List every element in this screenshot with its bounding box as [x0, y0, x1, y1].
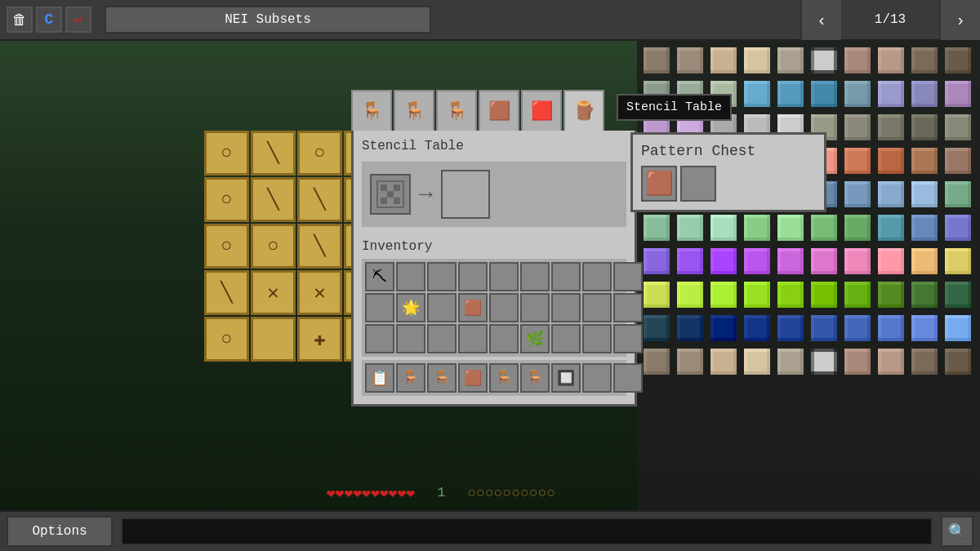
stencil-cell-8[interactable]: ○	[204, 224, 249, 269]
item-cell-79[interactable]	[942, 278, 974, 311]
inv-cell-2-2[interactable]	[427, 324, 457, 353]
stencil-cell-12[interactable]: ╲	[204, 270, 249, 315]
pattern-chest-item-0[interactable]: 🟫	[641, 166, 677, 202]
item-cell-8[interactable]	[908, 44, 941, 77]
item-cell-36[interactable]	[841, 144, 874, 177]
hotbar-cell-7[interactable]	[582, 363, 612, 393]
item-cell-14[interactable]	[774, 78, 807, 110]
inv-cell-2-4[interactable]	[489, 324, 519, 353]
item-cell-55[interactable]	[808, 211, 840, 244]
inv-cell-0-0[interactable]: ⛏	[365, 262, 394, 291]
craft-tab-2[interactable]: 🪑	[436, 90, 477, 131]
inv-cell-2-6[interactable]	[551, 324, 581, 353]
hotbar-cell-2[interactable]: 🪑	[427, 363, 457, 393]
inv-cell-1-2[interactable]	[427, 293, 457, 322]
stencil-cell-2[interactable]: ○	[297, 131, 342, 176]
item-cell-96[interactable]	[841, 345, 874, 378]
hotbar-cell-1[interactable]: 🪑	[396, 363, 425, 393]
item-cell-87[interactable]	[875, 312, 907, 344]
stencil-cell-16[interactable]: ○	[204, 317, 249, 362]
item-cell-75[interactable]	[808, 278, 840, 311]
nei-subsets-button[interactable]: NEI Subsets	[105, 6, 431, 33]
inv-cell-2-5[interactable]: 🌿	[520, 324, 550, 353]
item-cell-6[interactable]	[841, 44, 874, 77]
item-cell-80[interactable]	[640, 312, 673, 344]
item-cell-70[interactable]	[640, 278, 673, 311]
item-cell-52[interactable]	[707, 211, 740, 244]
inv-cell-2-8[interactable]	[613, 324, 643, 353]
item-cell-95[interactable]	[808, 345, 840, 378]
item-cell-68[interactable]	[908, 245, 941, 278]
inv-cell-1-8[interactable]	[613, 293, 643, 322]
item-cell-49[interactable]	[942, 178, 974, 211]
item-cell-77[interactable]	[875, 278, 907, 311]
item-cell-15[interactable]	[808, 78, 840, 110]
item-cell-3[interactable]	[741, 44, 773, 77]
item-cell-78[interactable]	[908, 278, 941, 311]
item-cell-82[interactable]	[707, 312, 740, 344]
item-cell-90[interactable]	[640, 345, 673, 378]
item-cell-60[interactable]	[640, 245, 673, 278]
item-cell-59[interactable]	[942, 211, 974, 244]
item-cell-88[interactable]	[908, 312, 941, 344]
craft-tab-0[interactable]: 🪑	[351, 90, 392, 131]
item-cell-67[interactable]	[875, 245, 907, 278]
inv-cell-2-0[interactable]	[365, 324, 394, 353]
item-cell-39[interactable]	[942, 144, 974, 177]
hotbar-cell-8[interactable]	[613, 363, 643, 393]
item-cell-17[interactable]	[875, 78, 907, 110]
item-cell-61[interactable]	[674, 245, 706, 278]
stencil-cell-18[interactable]: ✚	[297, 317, 342, 362]
item-cell-5[interactable]	[808, 44, 840, 77]
inv-cell-1-5[interactable]	[520, 293, 550, 322]
item-cell-4[interactable]	[774, 44, 807, 77]
item-cell-50[interactable]	[640, 211, 673, 244]
item-cell-65[interactable]	[808, 245, 840, 278]
item-cell-38[interactable]	[908, 144, 941, 177]
item-cell-53[interactable]	[741, 211, 773, 244]
item-cell-85[interactable]	[808, 312, 840, 344]
item-cell-46[interactable]	[841, 178, 874, 211]
inv-cell-1-6[interactable]	[551, 293, 581, 322]
craft-input-slot[interactable]	[370, 174, 411, 215]
stencil-cell-14[interactable]: ✕	[297, 270, 342, 315]
item-cell-2[interactable]	[707, 44, 740, 77]
inv-cell-0-1[interactable]	[396, 262, 425, 291]
inv-cell-0-5[interactable]	[520, 262, 550, 291]
hotbar-cell-4[interactable]: 🪑	[489, 363, 519, 393]
item-cell-71[interactable]	[674, 278, 706, 311]
item-cell-37[interactable]	[875, 144, 907, 177]
inv-cell-0-7[interactable]	[582, 262, 612, 291]
pattern-chest-item-1[interactable]	[680, 166, 716, 202]
item-cell-72[interactable]	[707, 278, 740, 311]
item-cell-86[interactable]	[841, 312, 874, 344]
item-cell-47[interactable]	[875, 178, 907, 211]
item-cell-66[interactable]	[841, 245, 874, 278]
item-cell-99[interactable]	[942, 345, 974, 378]
prev-page-button[interactable]: ‹	[800, 0, 841, 40]
stencil-cell-10[interactable]: ╲	[297, 224, 342, 269]
craft-tab-5[interactable]: 🪵	[564, 90, 604, 131]
stencil-cell-0[interactable]: ○	[204, 131, 249, 176]
hotbar-cell-3[interactable]: 🟫	[458, 363, 488, 393]
inv-cell-0-8[interactable]	[613, 262, 643, 291]
item-cell-69[interactable]	[942, 245, 974, 278]
hotbar-cell-0[interactable]: 📋	[365, 363, 394, 393]
item-cell-97[interactable]	[875, 345, 907, 378]
stencil-cell-4[interactable]: ○	[204, 177, 249, 222]
item-cell-51[interactable]	[674, 211, 706, 244]
hotbar-cell-5[interactable]: 🪑	[520, 363, 550, 393]
item-cell-56[interactable]	[841, 211, 874, 244]
item-cell-57[interactable]	[875, 211, 907, 244]
chat-input[interactable]	[121, 518, 933, 545]
item-cell-18[interactable]	[908, 78, 941, 110]
item-cell-62[interactable]	[707, 245, 740, 278]
item-cell-91[interactable]	[674, 345, 706, 378]
item-cell-1[interactable]	[674, 44, 706, 77]
chat-submit-button[interactable]: 🔍	[941, 516, 973, 547]
undo-icon[interactable]: ↩	[65, 7, 91, 33]
inv-cell-0-3[interactable]	[458, 262, 488, 291]
item-cell-19[interactable]	[942, 78, 974, 110]
item-cell-54[interactable]	[774, 211, 807, 244]
next-page-button[interactable]: ›	[939, 0, 980, 40]
